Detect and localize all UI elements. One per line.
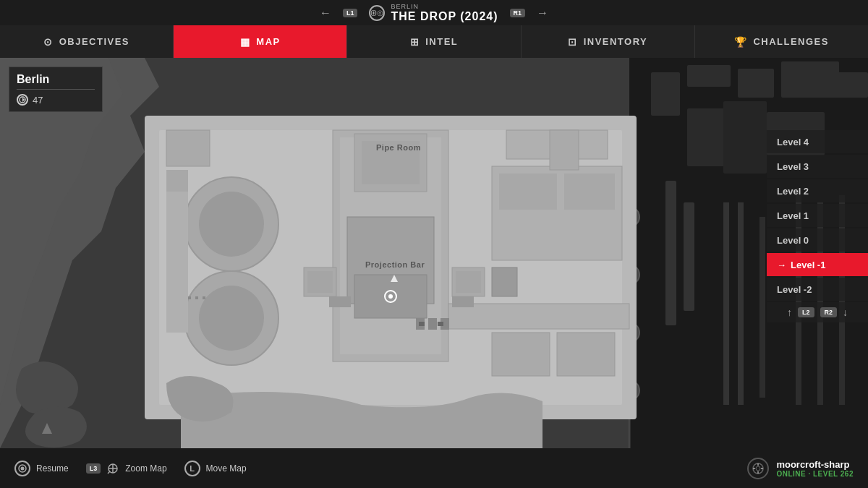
- resume-label: Resume: [36, 463, 69, 474]
- player-status: ONLINE · LEVEL 262: [776, 470, 854, 478]
- tab-bar: ⊙ OBJECTIVES ▦ MAP ⊞ INTEL ⊡ INVENTORY 🏆…: [0, 25, 868, 58]
- level-panel: Level 4 Level 3 Level 2 Level 1 Level 0 …: [767, 130, 868, 322]
- l2-badge[interactable]: L2: [798, 307, 814, 317]
- svg-rect-40: [307, 271, 333, 293]
- svg-rect-11: [723, 101, 767, 174]
- level-3-label: Level 3: [777, 161, 809, 172]
- tab-objectives[interactable]: ⊙ OBJECTIVES: [0, 25, 174, 58]
- tab-intel[interactable]: ⊞ INTEL: [347, 25, 521, 58]
- level-neg2-label: Level -2: [777, 284, 812, 295]
- svg-point-29: [199, 192, 264, 257]
- r1-badge[interactable]: R1: [510, 9, 526, 17]
- svg-rect-60: [195, 296, 198, 299]
- svg-rect-9: [825, 72, 868, 98]
- map-area[interactable]: Pipe Room Projection Bar Berlin 47 Level…: [0, 58, 868, 448]
- r2-badge[interactable]: R2: [820, 307, 838, 317]
- svg-point-71: [21, 466, 25, 470]
- level-down-arrow: ↓: [843, 307, 848, 318]
- level-nav: ↑ L2 R2 ↓: [767, 302, 868, 322]
- tab-map[interactable]: ▦ MAP: [174, 25, 347, 58]
- svg-rect-7: [738, 69, 774, 98]
- move-control[interactable]: L Move Map: [184, 461, 247, 476]
- level-0-label: Level 0: [777, 235, 809, 246]
- player-name: moorcroft-sharp: [776, 459, 854, 470]
- svg-rect-46: [564, 174, 615, 210]
- nav-center: ← L1 BERLIN THE DROP (2024) R1 →: [320, 3, 548, 23]
- player-info: moorcroft-sharp ONLINE · LEVEL 262: [747, 458, 854, 479]
- svg-rect-61: [203, 296, 205, 299]
- svg-rect-59: [188, 296, 191, 299]
- player-details: moorcroft-sharp ONLINE · LEVEL 262: [776, 459, 854, 478]
- svg-rect-47: [492, 333, 550, 376]
- svg-point-31: [199, 286, 264, 351]
- location-score: 47: [17, 94, 95, 106]
- mission-title-block: BERLIN THE DROP (2024): [391, 3, 498, 23]
- svg-rect-65: [329, 296, 351, 307]
- location-name: Berlin: [17, 73, 95, 86]
- tab-map-label: MAP: [256, 36, 280, 47]
- nav-back-arrow[interactable]: ←: [320, 7, 331, 20]
- zoom-control[interactable]: L3 Zoom Map: [86, 462, 167, 475]
- svg-rect-66: [452, 296, 474, 307]
- top-nav-bar: ← L1 BERLIN THE DROP (2024) R1 →: [0, 0, 868, 25]
- move-label: Move Map: [206, 463, 247, 474]
- tab-challenges[interactable]: 🏆 CHALLENGES: [695, 25, 868, 58]
- mission-subtitle: BERLIN: [391, 3, 498, 10]
- level-0-item[interactable]: Level 0: [767, 228, 868, 252]
- level-3-item[interactable]: Level 3: [767, 155, 868, 178]
- tab-intel-label: INTEL: [425, 36, 458, 47]
- svg-rect-42: [456, 271, 481, 293]
- map-icon: ▦: [240, 36, 251, 48]
- bottom-bar: Resume L3 Zoom Map L Move Map: [0, 448, 868, 488]
- challenges-icon: 🏆: [734, 36, 748, 48]
- resume-button-icon: [14, 461, 30, 476]
- svg-point-56: [388, 294, 393, 299]
- svg-rect-52: [419, 322, 425, 326]
- nav-forward-arrow[interactable]: →: [537, 7, 548, 20]
- svg-rect-57: [166, 130, 210, 166]
- bottom-controls: Resume L3 Zoom Map L Move Map: [14, 461, 247, 476]
- level-neg1-label: Level -1: [791, 260, 825, 270]
- l1-badge[interactable]: L1: [343, 9, 358, 17]
- svg-rect-48: [557, 333, 615, 376]
- location-card: Berlin 47: [9, 67, 103, 112]
- svg-rect-50: [428, 318, 437, 330]
- level-neg1-item[interactable]: → Level -1: [767, 253, 868, 276]
- svg-rect-62: [492, 267, 517, 296]
- svg-rect-36: [362, 141, 420, 184]
- zoom-label: Zoom Map: [125, 463, 166, 474]
- tab-inventory[interactable]: ⊡ INVENTORY: [522, 25, 695, 58]
- zoom-icon: [106, 462, 119, 475]
- svg-rect-13: [665, 181, 676, 325]
- tab-inventory-label: INVENTORY: [584, 36, 648, 47]
- mission-title: THE DROP (2024): [391, 10, 498, 23]
- svg-point-77: [756, 466, 760, 471]
- svg-rect-14: [684, 202, 694, 311]
- svg-rect-43: [448, 304, 629, 329]
- mission-icon: [369, 5, 385, 21]
- intel-icon: ⊞: [410, 36, 420, 48]
- svg-rect-32: [166, 188, 188, 333]
- zoom-btn-badge: L3: [86, 463, 101, 474]
- svg-line-75: [108, 471, 110, 474]
- score-value: 47: [33, 95, 43, 106]
- move-btn-icon: L: [184, 461, 200, 476]
- level-1-item[interactable]: Level 1: [767, 204, 868, 227]
- svg-rect-53: [438, 322, 443, 326]
- level-4-item[interactable]: Level 4: [767, 130, 868, 153]
- svg-rect-45: [499, 174, 557, 210]
- level-up-arrow: ↑: [787, 307, 792, 318]
- score-icon: [17, 94, 28, 106]
- svg-rect-20: [723, 202, 729, 405]
- svg-rect-22: [760, 217, 765, 398]
- svg-rect-58: [166, 170, 188, 192]
- tab-challenges-label: CHALLENGES: [753, 36, 829, 47]
- location-divider: [17, 89, 95, 90]
- level-neg2-item[interactable]: Level -2: [767, 278, 868, 301]
- level-2-item[interactable]: Level 2: [767, 179, 868, 202]
- resume-control[interactable]: Resume: [14, 461, 69, 476]
- objectives-icon: ⊙: [43, 36, 54, 48]
- svg-rect-5: [651, 72, 680, 116]
- svg-rect-6: [687, 65, 731, 87]
- level-1-label: Level 1: [777, 210, 809, 221]
